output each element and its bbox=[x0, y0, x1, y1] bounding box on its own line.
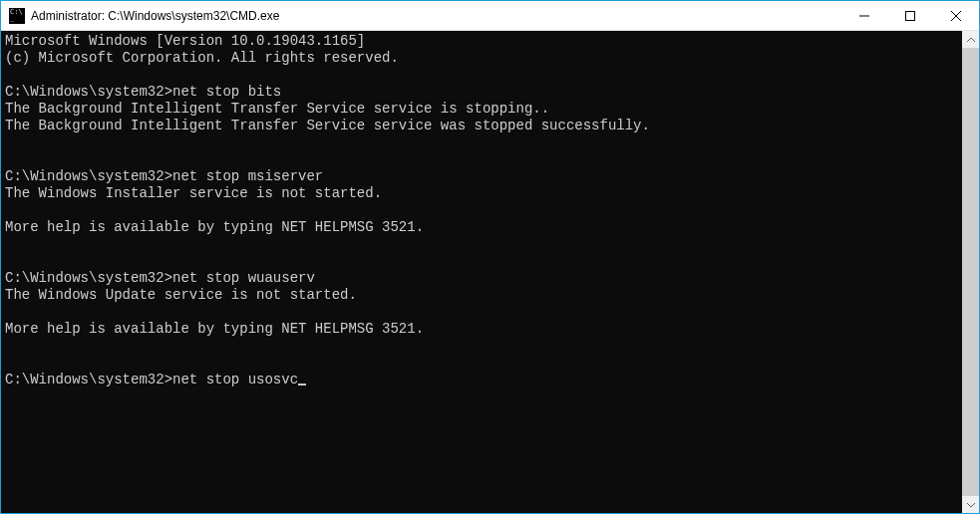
terminal-line: C:\Windows\system32>net stop bits bbox=[5, 84, 958, 101]
scroll-down-button[interactable] bbox=[962, 496, 979, 513]
terminal-line: The Background Intelligent Transfer Serv… bbox=[5, 101, 958, 118]
terminal-container: Microsoft Windows [Version 10.0.19043.11… bbox=[1, 31, 979, 513]
cmd-icon bbox=[9, 8, 25, 24]
close-icon bbox=[951, 11, 961, 21]
terminal-line bbox=[5, 253, 958, 270]
terminal-line bbox=[5, 355, 958, 372]
scroll-up-button[interactable] bbox=[962, 31, 979, 48]
text-cursor bbox=[298, 372, 306, 386]
terminal-line bbox=[5, 151, 958, 168]
close-button[interactable] bbox=[933, 1, 979, 30]
vertical-scrollbar[interactable] bbox=[962, 31, 979, 513]
minimize-button[interactable] bbox=[841, 1, 887, 30]
scroll-track[interactable] bbox=[962, 48, 979, 496]
terminal-line: C:\Windows\system32>net stop msiserver bbox=[5, 168, 958, 185]
terminal-line bbox=[5, 134, 958, 151]
window-controls bbox=[841, 1, 979, 30]
terminal-input-line[interactable]: C:\Windows\system32>net stop usosvc bbox=[5, 372, 958, 388]
terminal-line: The Windows Installer service is not sta… bbox=[5, 185, 958, 202]
terminal-line: C:\Windows\system32>net stop wuauserv bbox=[5, 270, 958, 287]
terminal-line: Microsoft Windows [Version 10.0.19043.11… bbox=[5, 33, 958, 50]
maximize-button[interactable] bbox=[887, 1, 933, 30]
terminal-line: More help is available by typing NET HEL… bbox=[5, 219, 958, 236]
chevron-down-icon bbox=[966, 500, 976, 510]
terminal-line bbox=[5, 202, 958, 219]
terminal-line: The Background Intelligent Transfer Serv… bbox=[5, 118, 958, 134]
terminal-line bbox=[5, 67, 958, 84]
scroll-thumb[interactable] bbox=[962, 48, 979, 496]
terminal-output[interactable]: Microsoft Windows [Version 10.0.19043.11… bbox=[1, 31, 962, 513]
terminal-line bbox=[5, 304, 958, 321]
minimize-icon bbox=[859, 11, 869, 21]
command-input[interactable]: net stop usosvc bbox=[172, 372, 298, 388]
terminal-line: More help is available by typing NET HEL… bbox=[5, 321, 958, 338]
terminal-line: (c) Microsoft Corporation. All rights re… bbox=[5, 50, 958, 67]
chevron-up-icon bbox=[966, 35, 976, 45]
terminal-line: The Windows Update service is not starte… bbox=[5, 287, 958, 304]
window-title: Administrator: C:\Windows\system32\CMD.e… bbox=[31, 9, 841, 23]
svg-rect-1 bbox=[906, 11, 915, 20]
maximize-icon bbox=[905, 11, 915, 21]
titlebar[interactable]: Administrator: C:\Windows\system32\CMD.e… bbox=[1, 1, 979, 31]
prompt: C:\Windows\system32> bbox=[5, 372, 172, 388]
cmd-window: Administrator: C:\Windows\system32\CMD.e… bbox=[1, 1, 979, 513]
terminal-line bbox=[5, 236, 958, 253]
terminal-line bbox=[5, 338, 958, 355]
